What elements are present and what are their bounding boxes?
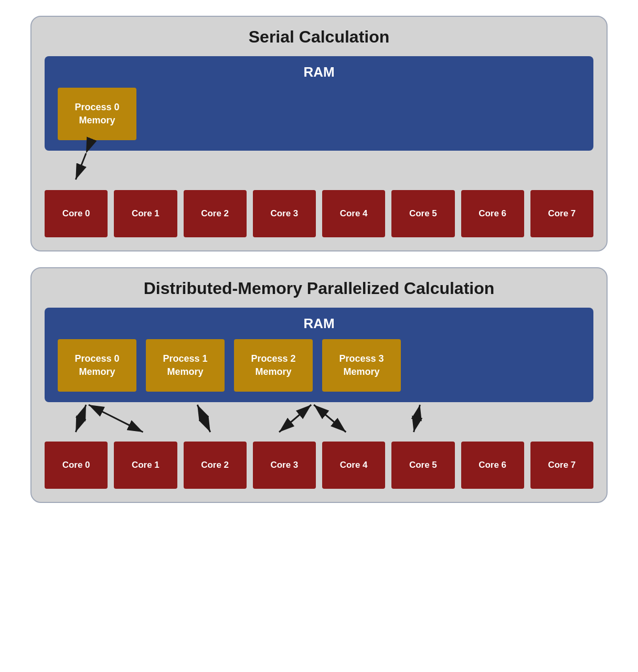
parallel-core-3: Core 3 (253, 442, 316, 489)
serial-core-3: Core 3 (253, 190, 316, 237)
serial-core-0: Core 0 (45, 190, 108, 237)
serial-core-2: Core 2 (184, 190, 247, 237)
parallel-process-1: Process 1Memory (146, 339, 225, 392)
parallel-cores-row: Core 0 Core 1 Core 2 Core 3 Core 4 Core … (45, 442, 593, 489)
parallel-arrows (47, 402, 591, 434)
serial-core-7-text: Core 7 (548, 207, 576, 220)
serial-ram-label: RAM (55, 64, 583, 80)
serial-core-2-text: Core 2 (201, 207, 229, 220)
parallel-core-0: Core 0 (45, 442, 108, 489)
parallel-core-5-text: Core 5 (409, 459, 437, 471)
serial-process-0-text: Process 0Memory (75, 101, 119, 127)
svg-line-8 (314, 405, 346, 432)
parallel-core-1-text: Core 1 (132, 459, 160, 471)
parallel-process-1-text: Process 1Memory (163, 352, 207, 379)
serial-core-1: Core 1 (114, 190, 177, 237)
parallel-core-6-text: Core 6 (479, 459, 506, 471)
parallel-core-4-text: Core 4 (340, 459, 368, 471)
svg-line-1 (76, 153, 86, 180)
parallel-core-1: Core 1 (114, 442, 177, 489)
parallel-core-7-text: Core 7 (548, 459, 576, 471)
parallel-process-2-text: Process 2Memory (251, 352, 295, 379)
svg-line-7 (279, 405, 311, 432)
parallel-core-6: Core 6 (461, 442, 524, 489)
serial-core-0-text: Core 0 (62, 207, 90, 220)
serial-core-7: Core 7 (530, 190, 593, 237)
serial-title: Serial Calculation (45, 27, 593, 47)
serial-core-3-text: Core 3 (270, 207, 298, 220)
parallel-core-4: Core 4 (322, 442, 385, 489)
parallel-arrows-svg (47, 402, 591, 436)
serial-core-4-text: Core 4 (340, 207, 368, 220)
serial-process-row: Process 0Memory (55, 88, 583, 140)
serial-diagram: Serial Calculation RAM Process 0Memory C… (30, 16, 608, 251)
parallel-process-3-text: Process 3Memory (339, 352, 384, 379)
serial-core-6: Core 6 (461, 190, 524, 237)
serial-process-0: Process 0Memory (58, 88, 136, 140)
parallel-core-5: Core 5 (391, 442, 454, 489)
serial-ram-box: RAM Process 0Memory (45, 56, 593, 151)
svg-line-6 (197, 405, 210, 432)
parallel-process-0: Process 0Memory (58, 339, 136, 392)
parallel-core-2: Core 2 (184, 442, 247, 489)
svg-line-5 (89, 405, 143, 432)
parallel-ram-box: RAM Process 0Memory Process 1Memory Proc… (45, 308, 593, 402)
serial-core-1-text: Core 1 (132, 207, 160, 220)
parallel-core-3-text: Core 3 (270, 459, 298, 471)
parallel-core-0-text: Core 0 (62, 459, 90, 471)
serial-arrows-svg (47, 151, 591, 185)
parallel-core-2-text: Core 2 (201, 459, 229, 471)
serial-core-5: Core 5 (391, 190, 454, 237)
parallel-process-row: Process 0Memory Process 1Memory Process … (55, 339, 583, 392)
parallel-process-2: Process 2Memory (234, 339, 313, 392)
parallel-ram-label: RAM (55, 316, 583, 332)
serial-core-4: Core 4 (322, 190, 385, 237)
parallel-title: Distributed-Memory Parallelized Calculat… (45, 279, 593, 298)
serial-cores-row: Core 0 Core 1 Core 2 Core 3 Core 4 Core … (45, 190, 593, 237)
serial-arrows (47, 151, 591, 182)
svg-line-4 (76, 405, 86, 432)
serial-core-6-text: Core 6 (479, 207, 506, 220)
parallel-core-7: Core 7 (530, 442, 593, 489)
parallel-process-3: Process 3Memory (322, 339, 401, 392)
svg-line-9 (414, 405, 420, 432)
parallel-diagram: Distributed-Memory Parallelized Calculat… (30, 267, 608, 503)
serial-core-5-text: Core 5 (409, 207, 437, 220)
parallel-process-0-text: Process 0Memory (75, 352, 119, 379)
